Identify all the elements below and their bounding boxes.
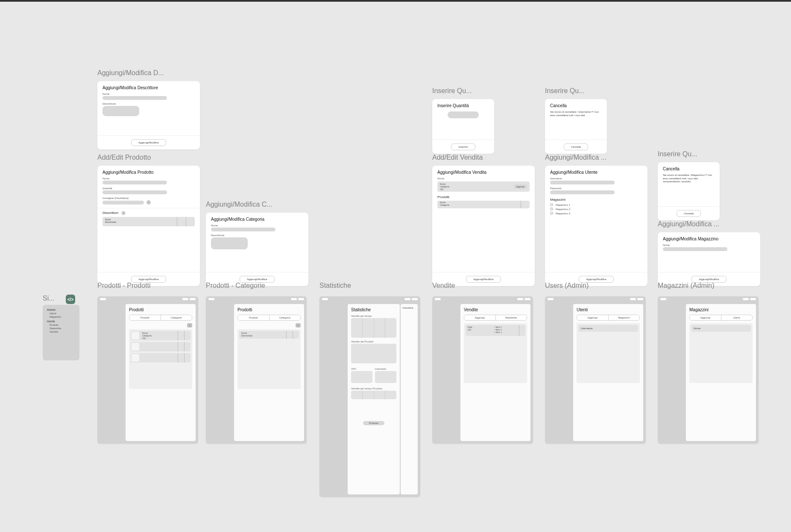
modal-utente[interactable]: Aggiungi/Modifica Utente Username Passwo… xyxy=(545,166,647,286)
screen-vendite[interactable]: Vendite Aggiungi Statistiche Data xQt. •… xyxy=(432,296,533,444)
screen-users[interactable]: Utenti Aggiungi Magazzini Username xyxy=(545,296,646,444)
segmented-control[interactable]: Prodotti Categorie xyxy=(237,315,301,321)
frame-title-vendite: Vendite xyxy=(432,282,455,289)
frame-title-sidebar: Si... xyxy=(43,295,55,302)
sidebar-item-vendite[interactable]: Vendite xyxy=(50,330,75,333)
frame-title-inserire2: Inserire Qu... xyxy=(545,87,584,95)
sidebar-frame[interactable]: Admin Utenti Magazzini Home Prodotti Sta… xyxy=(43,305,79,360)
modal-descrittore[interactable]: Aggiungi/Modifica Descrittore Nome Descr… xyxy=(97,81,200,149)
product-card[interactable]: Nome Categoria xQt. xyxy=(131,331,190,340)
page-title: Magazzini xyxy=(689,307,753,312)
modal-cancella-magazzino[interactable]: Cancella Sei sicuro di cancellare <Magaz… xyxy=(658,162,720,220)
input-descrizione[interactable] xyxy=(211,237,248,249)
descrittore-card[interactable]: Nome Descrizione xyxy=(103,217,195,226)
modal-categoria[interactable]: Aggiungi/Modifica Categoria Nome Descriz… xyxy=(206,213,308,286)
screen-prodotti-prodotti[interactable]: Prodotti Prodotti Categorie + Nome Categ… xyxy=(97,296,198,444)
screen-magazzini[interactable]: Magazzini Aggiungi Utenti Nome xyxy=(658,296,759,444)
modal-title: Aggiungi/Modifica Descrittore xyxy=(103,85,195,90)
modal-cancella-user[interactable]: Cancella Sei sicuro di cancellare <Usern… xyxy=(545,99,607,154)
prodotto-button[interactable]: Prodotto xyxy=(363,421,385,425)
segmented-control[interactable]: Aggiungi Magazzini xyxy=(577,315,640,321)
vendita-row[interactable]: Data xQt. • Item 1 • Item 1 • Item 1 xyxy=(466,325,525,336)
sidebar-rail[interactable] xyxy=(658,301,683,444)
segmented-control[interactable]: Prodotti Categorie xyxy=(129,315,192,321)
sidebar-item-prodotti[interactable]: Prodotti xyxy=(50,324,75,326)
action-button[interactable]: Inserisci xyxy=(451,143,475,150)
seg-aggiungi[interactable]: Aggiungi xyxy=(464,315,495,320)
product-selector[interactable]: Nome Categoria xQt. Aggiungi xyxy=(437,181,530,192)
label-vendite-tempo-prodotto: Vendite per tempo Prodotto xyxy=(351,387,396,390)
input-nome[interactable] xyxy=(211,228,275,231)
segmented-control[interactable]: Aggiungi Statistiche xyxy=(464,315,527,321)
seg-categorie[interactable]: Categorie xyxy=(269,315,301,320)
input-immagine[interactable] xyxy=(103,201,144,205)
product-row[interactable]: Nome Categoria xyxy=(437,201,530,208)
product-card[interactable] xyxy=(131,353,190,362)
sidebar-rail[interactable] xyxy=(97,301,123,444)
input-password[interactable] xyxy=(550,190,615,194)
modal-prodotto[interactable]: Aggiungi/Modifica Prodotto Nome Quantità… xyxy=(97,166,200,286)
sidebar-rail[interactable] xyxy=(432,301,458,444)
section-descrittori: Descrittori: + xyxy=(103,211,195,215)
magazzino-row[interactable]: Nome xyxy=(691,325,751,332)
action-button[interactable]: Cancella xyxy=(564,143,588,150)
radio-magazzino-2[interactable]: Magazzino 2 xyxy=(550,208,642,210)
radio-magazzino-1[interactable]: Magazzino 1 xyxy=(550,203,642,206)
label-descrizione: Descrizione xyxy=(103,102,195,105)
sidebar-rail[interactable] xyxy=(206,301,231,444)
section-prodotti: Prodotti: xyxy=(437,195,530,199)
input-descrizione[interactable] xyxy=(103,106,139,116)
sidebar-item-magazzini[interactable]: Magazzini xyxy=(50,316,75,318)
label-immagine: Immagine (Facoltativa) xyxy=(103,197,195,199)
modal-inserire-quantita[interactable]: Inserire Quantità Inserisci xyxy=(432,99,494,154)
add-button[interactable]: + xyxy=(296,323,301,327)
sidebar-item-statistiche[interactable]: Statistiche xyxy=(50,327,75,330)
seg-statistiche[interactable]: Statistiche xyxy=(495,315,527,320)
radio-magazzino-3[interactable]: Magazzino 3 xyxy=(550,212,642,215)
sidebar-home-header: Home xyxy=(47,320,75,323)
seg-prodotti[interactable]: Prodotti xyxy=(238,315,269,320)
product-card[interactable] xyxy=(131,342,190,351)
input-username[interactable] xyxy=(550,181,615,184)
seg-magazzini[interactable]: Magazzini xyxy=(608,315,640,320)
page-title: Prodotti xyxy=(129,307,192,312)
status-bar xyxy=(206,296,307,301)
modal-title: Cancella xyxy=(550,103,602,108)
action-button[interactable]: Aggiungi/Modifica xyxy=(466,276,501,283)
confirm-message: Sei sicuro di cancellare <Magazzino>? Co… xyxy=(663,174,715,184)
modal-magazzino[interactable]: Aggiungi/Modifica Magazzino Nome Aggiung… xyxy=(658,232,760,286)
seg-utenti[interactable]: Utenti xyxy=(721,315,753,320)
label-nome: Nome xyxy=(663,244,755,246)
seg-categorie[interactable]: Categorie xyxy=(161,315,192,320)
seg-prodotti[interactable]: Prodotti xyxy=(129,315,161,320)
screen-statistiche[interactable]: Statistiche Vendite per tempo Vendite de… xyxy=(319,296,420,497)
sidebar-rail[interactable] xyxy=(319,301,345,497)
add-descrittore-icon[interactable]: + xyxy=(121,211,126,215)
category-card[interactable]: Nome Descrizione xyxy=(239,331,299,339)
frame-title-descrittore: Aggiungi/Modifica D... xyxy=(97,69,164,77)
modal-vendita[interactable]: Aggiungi/Modifica Vendita Nome Nome Cate… xyxy=(432,166,535,286)
modal-title: Aggiungi/Modifica Categoria xyxy=(211,217,303,222)
product-thumb xyxy=(132,332,139,339)
input-nome[interactable] xyxy=(103,96,167,100)
screen-prodotti-categorie[interactable]: Prodotti Prodotti Categorie + Nome Descr… xyxy=(206,296,307,444)
sidebar-rail[interactable] xyxy=(545,301,571,444)
add-button[interactable]: + xyxy=(187,323,192,327)
frame-title-prodotti-categorie: Prodotti - Categorie xyxy=(206,282,265,289)
input-nome[interactable] xyxy=(103,181,167,184)
chart-vendite-prodotti xyxy=(351,344,396,363)
input-quantita[interactable] xyxy=(448,111,479,118)
sidebar-item-utenti[interactable]: Utenti xyxy=(50,312,75,315)
seg-aggiungi[interactable]: Aggiungi xyxy=(577,315,608,320)
user-row[interactable]: Username xyxy=(578,325,638,332)
action-button[interactable]: Aggiungi/Modifica xyxy=(131,139,166,146)
seg-aggiungi[interactable]: Aggiungi xyxy=(690,315,721,320)
action-button[interactable]: Cancella xyxy=(677,210,701,217)
code-badge[interactable]: </> xyxy=(66,295,75,304)
modal-title: Aggiungi/Modifica Vendita xyxy=(437,170,530,175)
input-nome[interactable] xyxy=(663,247,727,251)
aggiungi-button[interactable]: Aggiungi xyxy=(514,184,527,189)
input-quantita[interactable] xyxy=(103,190,167,194)
segmented-control[interactable]: Aggiungi Utenti xyxy=(689,315,753,321)
sidebar-admin-header: Admin xyxy=(47,308,75,311)
